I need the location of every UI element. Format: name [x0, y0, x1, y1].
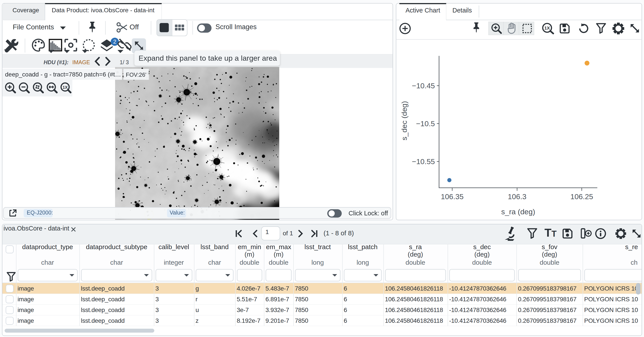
- svg-text:1X: 1X: [62, 85, 68, 90]
- svg-text:T: T: [552, 229, 556, 238]
- svg-text:106.25: 106.25: [570, 192, 593, 201]
- svg-text:−10.5: −10.5: [416, 120, 435, 128]
- svg-text:s_ra (deg): s_ra (deg): [501, 208, 535, 216]
- svg-text:s_dec (deg): s_dec (deg): [400, 101, 408, 140]
- svg-text:T: T: [544, 226, 552, 239]
- svg-text:−10.55: −10.55: [412, 157, 435, 166]
- svg-text:106.3: 106.3: [508, 192, 526, 201]
- svg-text:−10.45: −10.45: [412, 82, 435, 90]
- svg-text:106.35: 106.35: [441, 192, 464, 201]
